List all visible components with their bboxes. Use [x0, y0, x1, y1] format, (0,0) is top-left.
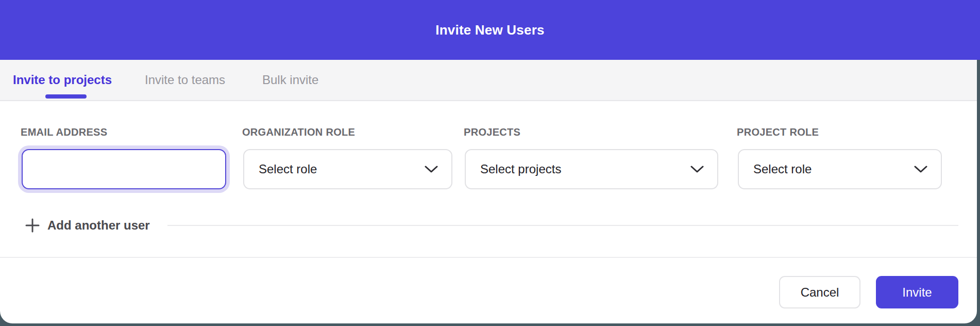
tab-label: Invite to projects — [13, 73, 112, 87]
row-divider — [167, 225, 958, 226]
chevron-down-icon — [690, 166, 704, 173]
tab-bar: Invite to projects Invite to teams Bulk … — [0, 60, 977, 101]
project-role-label: PROJECT ROLE — [737, 126, 819, 138]
email-address-input[interactable] — [22, 149, 226, 189]
selected-value: Select role — [753, 162, 812, 176]
active-tab-indicator — [45, 94, 87, 99]
invite-button[interactable]: Invite — [876, 276, 958, 308]
cancel-button[interactable]: Cancel — [779, 276, 860, 308]
selected-value: Select role — [259, 162, 317, 176]
tab-bulk-invite[interactable]: Bulk invite — [262, 60, 318, 100]
chevron-down-icon — [914, 166, 927, 173]
tab-label: Invite to teams — [145, 73, 225, 87]
projects-label: PROJECTS — [464, 126, 520, 138]
add-user-row: Add another user — [25, 217, 958, 234]
add-another-user-label: Add another user — [47, 218, 150, 233]
tab-invite-to-teams[interactable]: Invite to teams — [145, 60, 225, 100]
dialog-header: Invite New Users — [0, 0, 980, 60]
invite-dialog: Invite to projects Invite to teams Bulk … — [0, 60, 977, 323]
selected-value: Select projects — [480, 162, 561, 176]
project-role-select[interactable]: Select role — [738, 149, 942, 189]
dialog-title: Invite New Users — [435, 22, 544, 38]
projects-select[interactable]: Select projects — [465, 149, 718, 189]
chevron-down-icon — [425, 166, 438, 173]
organization-role-label: ORGANIZATION ROLE — [242, 126, 355, 138]
tab-label: Bulk invite — [262, 73, 318, 87]
email-address-label: EMAIL ADDRESS — [21, 126, 107, 138]
organization-role-select[interactable]: Select role — [243, 149, 452, 189]
footer-divider — [0, 257, 977, 258]
add-another-user-button[interactable]: Add another user — [25, 218, 150, 233]
plus-icon — [25, 218, 40, 233]
